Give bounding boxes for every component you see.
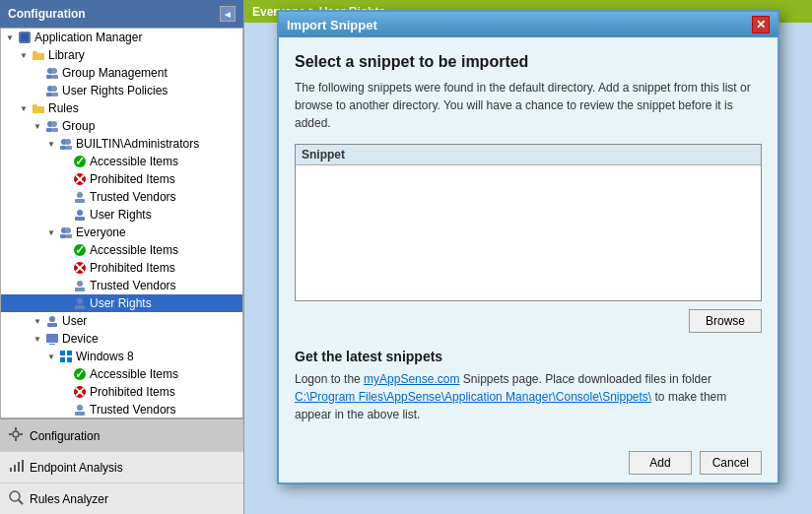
folder-icon-library [31,47,46,63]
svg-point-36 [77,281,83,287]
tree-item-group-management[interactable]: Group Management [1,64,242,82]
tree-label-prohibited-items-3: Prohibited Items [90,385,175,399]
tree-item-group[interactable]: ▼Group [1,117,242,135]
tree-item-trusted-vendors-3[interactable]: Trusted Vendors [1,401,242,418]
tree-item-trusted-vendors-1[interactable]: Trusted Vendors [1,188,242,206]
main-content: Everyone > User Rights Import Snippet ✕ … [244,0,812,514]
tree-item-device[interactable]: ▼Device [1,330,242,348]
tree-item-trusted-vendors-2[interactable]: Trusted Vendors [1,277,242,294]
tree-label-builtin-administrators: BUILTIN\Administrators [76,137,199,151]
tree-item-application-manager[interactable]: ▼Application Manager [1,29,242,46]
tree-label-prohibited-items-1: Prohibited Items [90,172,175,186]
svg-point-40 [49,316,55,322]
expand-icon-windows-8[interactable]: ▼ [44,353,58,361]
svg-rect-5 [52,75,58,79]
tab-icon-configuration [8,426,24,445]
sidebar-close-button[interactable]: ◄ [220,6,236,22]
svg-rect-58 [9,433,12,435]
dialog-heading: Select a snippet to be imported [295,53,762,71]
group-icon-user-rights-policies [44,83,60,98]
user-rights-icon-user-rights-1 [72,207,88,223]
snippet-listbox[interactable]: Snippet [295,144,762,301]
tree-item-accessible-items-3[interactable]: ✓Accessible Items [1,365,242,383]
svg-rect-54 [75,412,85,416]
svg-rect-44 [60,351,65,355]
svg-rect-1 [21,33,29,41]
sidebar-header-title: Configuration [8,7,86,21]
tree-label-user-rights-2: User Rights [90,296,152,310]
svg-rect-60 [10,468,12,472]
svg-rect-61 [14,465,16,472]
tree-container: ▼Application Manager▼LibraryGroup Manage… [0,28,243,418]
svg-point-53 [77,405,83,411]
tree-item-everyone[interactable]: ▼Everyone [1,224,242,241]
tree-item-builtin-administrators[interactable]: ▼BUILTIN\Administrators [1,135,242,153]
expand-icon-group[interactable]: ▼ [31,122,44,131]
import-snippet-dialog: Import Snippet ✕ Select a snippet to be … [277,10,779,484]
tree-item-user-rights-1[interactable]: User Rights [1,206,242,224]
tree-item-user-rights-2[interactable]: User Rights [1,294,242,312]
tab-icon-endpoint-analysis [8,458,24,477]
tree-label-group: Group [62,119,95,133]
expand-icon-application-manager[interactable]: ▼ [3,33,17,42]
get-snippets-heading: Get the latest snippets [295,349,762,364]
tree-item-library[interactable]: ▼Library [1,46,242,64]
sidebar-tab-configuration[interactable]: Configuration [0,419,243,451]
tree-item-user[interactable]: ▼User [1,312,242,330]
sidebar: Configuration ◄ ▼Application Manager▼Lib… [0,0,244,514]
expand-icon-everyone[interactable]: ▼ [44,228,58,237]
tree-label-trusted-vendors-1: Trusted Vendors [90,190,176,204]
no-icon-prohibited-items-1 [72,171,88,187]
vendor-icon-trusted-vendors-2 [72,278,88,293]
svg-rect-37 [75,288,85,291]
tab-label-rules-analyzer: Rules Analyzer [30,492,108,506]
expand-icon-rules[interactable]: ▼ [17,104,31,113]
browse-row: Browse [295,309,762,333]
tree-label-windows-8: Windows 8 [76,350,134,363]
svg-point-55 [13,431,19,437]
add-button[interactable]: Add [629,451,691,475]
expand-icon-device[interactable]: ▼ [31,335,44,344]
browse-button[interactable]: Browse [689,309,762,333]
tree-item-windows-8[interactable]: ▼Windows 8 [1,348,242,365]
expand-icon-user[interactable]: ▼ [31,317,44,326]
svg-point-64 [10,491,20,501]
svg-rect-47 [67,357,72,362]
svg-point-7 [51,86,57,92]
no-icon-prohibited-items-3 [72,384,88,400]
tree-label-prohibited-items-2: Prohibited Items [90,261,175,275]
snippets-path-link[interactable]: C:\Program Files\AppSense\Application Ma… [295,390,651,404]
get-snippets-text-before: Logon to the [295,372,364,386]
check-icon-accessible-items-3: ✓ [72,366,88,382]
gear-icon-application-manager [17,30,33,45]
svg-rect-56 [15,427,17,430]
dialog-footer: Add Cancel [279,439,778,482]
tree-label-device: Device [62,332,99,346]
myappsense-link[interactable]: myAppSense.com [364,372,459,386]
svg-rect-24 [75,199,85,203]
tree-label-user-rights-1: User Rights [90,208,152,222]
tree-item-accessible-items-1[interactable]: ✓Accessible Items [1,153,242,170]
tree-item-accessible-items-2[interactable]: ✓Accessible Items [1,241,242,259]
dialog-close-button[interactable]: ✕ [752,16,770,33]
vendor-icon-trusted-vendors-3 [72,402,88,418]
tree-item-prohibited-items-2[interactable]: Prohibited Items [1,259,242,277]
dialog-titlebar: Import Snippet ✕ [279,12,778,37]
tree-item-user-rights-policies[interactable]: User Rights Policies [1,82,242,99]
svg-rect-12 [46,128,52,132]
sidebar-tab-endpoint-analysis[interactable]: Endpoint Analysis [0,451,243,482]
tree-label-everyone: Everyone [76,225,126,239]
tree-item-prohibited-items-1[interactable]: Prohibited Items [1,170,242,188]
cancel-button[interactable]: Cancel [700,451,762,475]
expand-icon-library[interactable]: ▼ [17,51,31,60]
svg-rect-57 [15,438,17,441]
expand-icon-builtin-administrators[interactable]: ▼ [44,140,58,149]
svg-point-38 [77,298,83,304]
svg-rect-9 [52,93,58,96]
sidebar-tab-rules-analyzer[interactable]: Rules Analyzer [0,482,243,514]
tree-item-rules[interactable]: ▼Rules [1,99,242,117]
user-icon-user [44,313,60,329]
tree-item-prohibited-items-3[interactable]: Prohibited Items [1,383,242,401]
dialog-overlay: Import Snippet ✕ Select a snippet to be … [244,0,812,514]
svg-text:✓: ✓ [75,243,85,257]
